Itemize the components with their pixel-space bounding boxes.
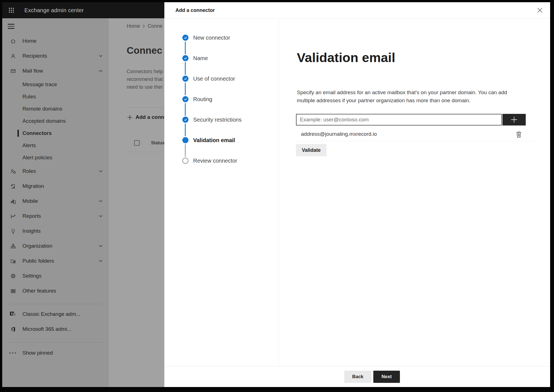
person-icon xyxy=(10,53,16,59)
sidebar-item-classic-exchange[interactable]: E✕ Classic Exchange adm... xyxy=(2,307,109,322)
sidebar-item-microsoft-365[interactable]: Microsoft 365 admi... xyxy=(2,322,109,337)
wizard-step-routing[interactable]: Routing xyxy=(164,89,279,109)
chevron-down-icon xyxy=(99,200,103,202)
step-check-icon xyxy=(182,35,188,41)
breadcrumb-chevron-icon xyxy=(143,24,145,28)
sidebar-item-recipients[interactable]: Recipients xyxy=(2,48,109,63)
wizard-steps-panel: New connector Name Use of connector xyxy=(164,19,279,366)
email-input[interactable] xyxy=(296,114,502,125)
breadcrumb: Home Conne xyxy=(127,23,162,29)
dialog-header: Add a connector xyxy=(164,2,550,19)
wizard-step-review-connector[interactable]: Review connector xyxy=(164,150,279,171)
lightbulb-icon xyxy=(10,228,16,234)
dialog-title: Add a connector xyxy=(175,7,215,13)
step-check-icon xyxy=(182,117,188,123)
sidebar-item-show-pinned[interactable]: ··· Show pinned xyxy=(2,345,109,360)
wizard-step-use-of-connector[interactable]: Use of connector xyxy=(164,68,279,89)
wizard-step-new-connector[interactable]: New connector xyxy=(164,27,279,48)
classic-exchange-icon: E✕ xyxy=(10,311,16,317)
sidebar-item-other-features[interactable]: Other features xyxy=(2,283,109,298)
sidebar-item-alerts[interactable]: Alerts xyxy=(2,139,109,152)
folder-globe-icon xyxy=(10,258,16,264)
sidebar-item-label: Mail flow xyxy=(22,68,43,74)
sidebar-item-organization[interactable]: Organization xyxy=(2,239,109,253)
page-intro-text: Connectors help recommend that need to u… xyxy=(127,68,163,91)
delete-address-button[interactable] xyxy=(515,130,523,139)
validate-button[interactable]: Validate xyxy=(296,144,326,156)
add-connector-button[interactable]: Add a conn xyxy=(127,112,164,122)
sidebar-item-label: Recipients xyxy=(22,53,47,59)
sidebar-item-rules[interactable]: Rules xyxy=(2,91,109,103)
plus-icon xyxy=(127,114,133,121)
plus-icon xyxy=(510,115,519,124)
sidebar-item-connectors[interactable]: Connectors xyxy=(2,127,109,139)
status-column-header: Status xyxy=(151,140,165,145)
sidebar-item-public-folders[interactable]: Public folders xyxy=(2,253,109,268)
sidebar-item-alert-policies[interactable]: Alert policies xyxy=(2,152,109,164)
next-button[interactable]: Next xyxy=(373,371,400,383)
sidebar-item-mail-flow[interactable]: Mail flow xyxy=(2,63,109,78)
line-chart-icon xyxy=(10,213,16,219)
dialog-body: New connector Name Use of connector xyxy=(164,19,550,366)
add-email-button[interactable] xyxy=(502,114,526,125)
sidebar-item-reports[interactable]: Reports xyxy=(2,209,109,224)
sidebar-item-mobile[interactable]: Mobile xyxy=(2,194,109,209)
step-check-icon xyxy=(182,96,188,102)
chevron-down-icon xyxy=(99,55,103,57)
step-current-dot xyxy=(182,137,188,143)
screen: Exchange admin center Home Recipients xyxy=(2,2,550,387)
migration-icon xyxy=(10,183,16,189)
hamburger-menu-icon[interactable] xyxy=(8,23,16,30)
app-launcher-icon[interactable] xyxy=(8,7,15,14)
sidebar-item-message-trace[interactable]: Message trace xyxy=(2,78,109,91)
sidebar-item-insights[interactable]: Insights xyxy=(2,224,109,239)
microsoft-365-icon xyxy=(10,326,16,332)
sidebar-item-home[interactable]: Home xyxy=(2,34,109,48)
chevron-down-icon xyxy=(99,215,103,217)
step-empty-circle xyxy=(182,158,188,164)
sidebar-item-accepted-domains[interactable]: Accepted domains xyxy=(2,115,109,127)
step-check-icon xyxy=(182,55,188,61)
table-header-row: Status xyxy=(134,140,165,146)
wizard-step-security-restrictions[interactable]: Security restrictions xyxy=(164,109,279,130)
step-description: Specify an email address for an active m… xyxy=(297,88,509,104)
sidebar-item-roles[interactable]: Roles xyxy=(2,164,109,179)
sidebar-item-label: Home xyxy=(22,38,37,44)
step-check-icon xyxy=(182,76,188,82)
trash-icon xyxy=(516,131,522,138)
sidebar-item-settings[interactable]: Settings xyxy=(2,268,109,283)
back-button[interactable]: Back xyxy=(344,371,371,383)
sidebar-item-migration[interactable]: Migration xyxy=(2,179,109,194)
chevron-down-icon xyxy=(99,245,103,247)
sidebar: Home Recipients Mail flow xyxy=(2,18,109,387)
wizard-step-validation-email[interactable]: Validation email xyxy=(164,130,279,150)
chevron-up-icon xyxy=(99,70,103,72)
sidebar-divider xyxy=(10,342,102,342)
wizard-content-panel: Validation email Specify an email addres… xyxy=(279,19,550,366)
chevron-down-icon xyxy=(99,260,103,262)
breadcrumb-home[interactable]: Home xyxy=(127,23,140,29)
close-icon xyxy=(537,7,543,14)
org-chart-icon xyxy=(10,243,16,249)
home-icon xyxy=(10,38,16,44)
email-address-value: address@journaling.mxrecord.io xyxy=(301,127,377,141)
select-all-checkbox[interactable] xyxy=(134,140,140,146)
mail-icon xyxy=(10,68,16,74)
sidebar-item-remote-domains[interactable]: Remote domains xyxy=(2,103,109,115)
email-address-row: address@journaling.mxrecord.io xyxy=(296,127,537,141)
wizard-step-name[interactable]: Name xyxy=(164,48,279,68)
gear-icon xyxy=(10,273,16,279)
dialog-footer: Back Next xyxy=(164,366,550,387)
sidebar-divider xyxy=(10,304,102,304)
app-title: Exchange admin center xyxy=(24,7,84,14)
roles-icon xyxy=(10,168,16,174)
ellipsis-icon: ··· xyxy=(10,350,16,356)
breadcrumb-current: Conne xyxy=(148,23,162,29)
sidebar-nav: Home Recipients Mail flow xyxy=(2,34,109,360)
step-heading: Validation email xyxy=(297,50,395,66)
page-title: Connec xyxy=(127,45,162,56)
grid-table-icon xyxy=(10,288,16,294)
close-button[interactable] xyxy=(536,6,544,14)
chevron-down-icon xyxy=(99,170,103,172)
add-connector-dialog: Add a connector New connector xyxy=(164,2,550,387)
